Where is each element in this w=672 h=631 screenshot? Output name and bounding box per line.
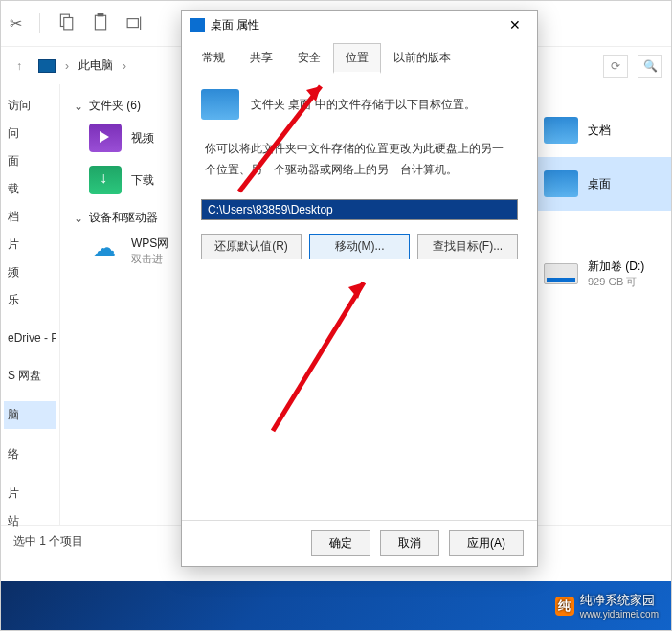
copy-icon[interactable] [57, 13, 75, 34]
dialog-intro-row: 文件夹 桌面 中的文件存储于以下目标位置。 [201, 89, 518, 120]
watermark-logo-icon: 纯 [555, 597, 574, 616]
tab-security[interactable]: 安全 [285, 43, 333, 74]
drive-label: 新加卷 (D:) [588, 259, 644, 275]
content-right-column: 文档 桌面 新加卷 (D:) 929 GB 可 [538, 103, 672, 299]
move-button[interactable]: 移动(M)... [309, 234, 410, 259]
tab-previous-versions[interactable]: 以前的版本 [381, 43, 463, 74]
svg-rect-1 [64, 17, 73, 29]
sidebar-item[interactable]: 络 [4, 440, 56, 468]
sidebar-item[interactable]: 片 [4, 480, 56, 507]
drive-icon [544, 263, 578, 284]
close-button[interactable]: ✕ [501, 17, 529, 33]
toolbar-separator [39, 13, 40, 33]
sidebar-item[interactable]: eDrive - Pers [4, 326, 56, 350]
location-path-input[interactable] [201, 199, 518, 220]
svg-rect-4 [127, 18, 138, 27]
drive-freespace: 929 GB 可 [588, 275, 644, 289]
dialog-tabs: 常规 共享 安全 位置 以前的版本 [182, 39, 537, 74]
find-target-button[interactable]: 查找目标(F)... [417, 234, 518, 259]
cloud-icon [89, 237, 122, 265]
sidebar-item[interactable]: 访问 [4, 92, 56, 120]
section-header-label: 文件夹 (6) [89, 98, 141, 114]
dialog-description: 你可以将此文件夹中文件存储的位置更改为此硬盘上的另一个位置、另一个驱动器或网络上… [205, 139, 514, 180]
watermark-domain: www.yidaimei.com [580, 609, 659, 620]
sidebar-item[interactable]: 频 [4, 259, 56, 286]
sidebar-item[interactable]: S 网盘 [4, 362, 56, 390]
sidebar-spacer [4, 390, 56, 401]
breadcrumb-location[interactable]: 此电脑 [78, 57, 113, 74]
sidebar-item[interactable]: 档 [4, 203, 56, 231]
sidebar-item[interactable]: 乐 [4, 286, 56, 314]
sidebar-spacer [4, 468, 56, 480]
sidebar-spacer [4, 350, 56, 362]
dialog-intro-text: 文件夹 桌面 中的文件存储于以下目标位置。 [251, 97, 476, 113]
this-pc-icon [38, 59, 56, 73]
search-button[interactable]: 🔍 [638, 55, 662, 78]
status-text: 选中 1 个项目 [13, 534, 83, 548]
svg-rect-2 [95, 15, 105, 30]
folder-label: 视频 [131, 130, 154, 146]
section-header-label: 设备和驱动器 [89, 210, 158, 226]
cut-icon[interactable]: ✂ [10, 14, 22, 33]
folder-item-desktop[interactable]: 桌面 [538, 157, 672, 211]
tab-location[interactable]: 位置 [333, 43, 381, 74]
device-sublabel: 双击进 [131, 252, 168, 266]
tab-general[interactable]: 常规 [190, 43, 237, 74]
sidebar-spacer [4, 314, 56, 326]
properties-dialog: 桌面 属性 ✕ 常规 共享 安全 位置 以前的版本 文件夹 桌面 中的文件存储于… [181, 10, 538, 567]
sidebar-item[interactable]: 面 [4, 147, 56, 175]
chevron-down-icon: ⌄ [74, 100, 83, 113]
cancel-button[interactable]: 取消 [380, 530, 439, 556]
sidebar-spacer [4, 429, 56, 440]
apply-button[interactable]: 应用(A) [449, 530, 524, 556]
watermark: 纯 纯净系统家园 www.yidaimei.com [555, 592, 659, 620]
dialog-footer: 确定 取消 应用(A) [182, 520, 537, 566]
dialog-body: 文件夹 桌面 中的文件存储于以下目标位置。 你可以将此文件夹中文件存储的位置更改… [182, 74, 537, 520]
chevron-right-icon: › [65, 59, 69, 73]
sidebar-item[interactable]: 载 [4, 175, 56, 203]
documents-icon [544, 117, 578, 144]
spacer [538, 211, 672, 249]
ok-button[interactable]: 确定 [311, 530, 370, 556]
sidebar-item[interactable]: 站 [4, 507, 56, 535]
drive-item[interactable]: 新加卷 (D:) 929 GB 可 [538, 249, 672, 299]
refresh-button[interactable]: ⟳ [603, 55, 628, 78]
nav-up-icon[interactable]: ↑ [10, 59, 29, 73]
downloads-icon [89, 166, 122, 194]
desktop-icon [544, 170, 578, 197]
desktop-folder-icon [201, 89, 239, 120]
dialog-titlebar: 桌面 属性 ✕ [182, 11, 537, 39]
folder-icon [190, 18, 205, 32]
paste-icon[interactable] [92, 13, 109, 34]
dialog-button-row: 还原默认值(R) 移动(M)... 查找目标(F)... [201, 234, 518, 259]
svg-rect-3 [98, 13, 104, 16]
folder-label: 文档 [588, 123, 611, 139]
device-label: WPS网 [131, 236, 168, 252]
navigation-sidebar: 访问 问 面 载 档 片 频 乐 eDrive - Pers S 网盘 脑 络 … [0, 84, 60, 525]
rename-icon[interactable] [126, 13, 144, 34]
sidebar-item[interactable]: 问 [4, 120, 56, 147]
videos-icon [89, 124, 122, 152]
dialog-title: 桌面 属性 [211, 17, 501, 34]
chevron-right-icon: › [123, 59, 126, 73]
sidebar-item-thispc[interactable]: 脑 [4, 401, 56, 429]
restore-defaults-button[interactable]: 还原默认值(R) [201, 234, 302, 259]
folder-label: 桌面 [588, 176, 611, 192]
tab-sharing[interactable]: 共享 [237, 43, 285, 74]
watermark-brand: 纯净系统家园 [580, 592, 659, 609]
folder-label: 下载 [131, 172, 154, 189]
sidebar-item[interactable]: 片 [4, 231, 56, 259]
chevron-down-icon: ⌄ [74, 212, 83, 225]
folder-item-documents[interactable]: 文档 [538, 103, 672, 157]
